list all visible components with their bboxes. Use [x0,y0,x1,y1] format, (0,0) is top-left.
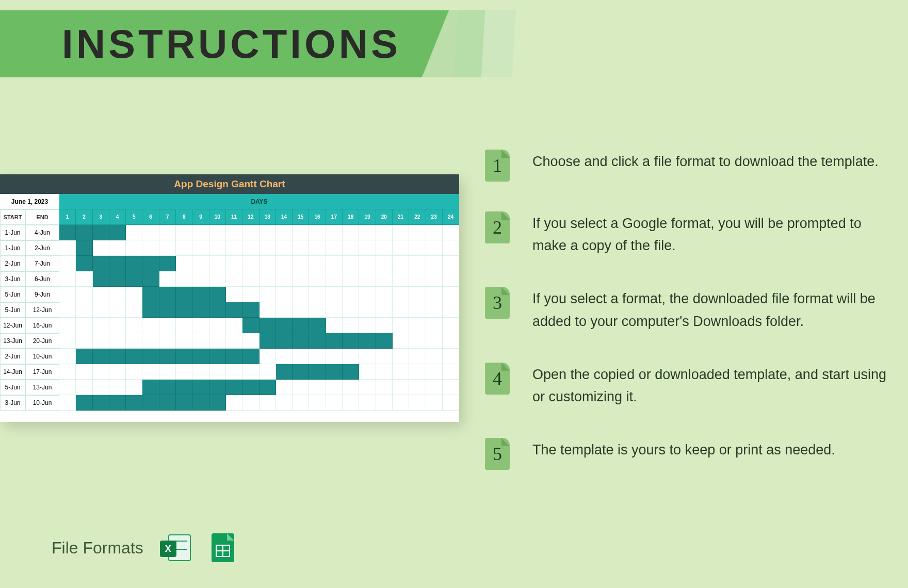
gantt-day-cell [226,349,242,364]
gantt-day-cell [326,364,343,380]
gantt-day-header: 22 [409,209,426,225]
gantt-title: App Design Gantt Chart [0,174,459,194]
gantt-day-cell [409,302,426,318]
gantt-day-cell [192,395,209,411]
gantt-day-cell [226,287,242,302]
gantt-day-cell [242,395,259,411]
gantt-day-cell [192,240,209,256]
gantt-day-cell [326,318,343,333]
gantt-day-cell [192,287,209,302]
gantt-cell-end: 4-Jun [25,225,59,240]
gantt-day-cell [159,349,176,364]
gantt-day-cell [343,380,359,395]
gantt-day-cell [426,318,443,333]
file-formats-label: File Formats [52,538,143,558]
gantt-day-cell [293,271,309,287]
gantt-day-header: 6 [142,209,159,225]
gantt-day-cell [393,364,409,380]
gantt-day-header: 11 [226,209,242,225]
google-sheets-icon[interactable] [207,532,238,563]
gantt-day-cell [276,287,293,302]
gantt-day-cell [326,240,343,256]
gantt-day-cell [409,287,426,302]
gantt-day-cell [109,256,126,271]
gantt-day-cell [192,225,209,240]
gantt-day-cell [326,395,343,411]
gantt-day-cell [276,349,293,364]
gantt-day-cell [192,349,209,364]
gantt-day-cell [393,333,409,349]
gantt-day-cell [293,364,309,380]
gantt-day-cell [359,225,376,240]
gantt-day-cell [260,318,276,333]
gantt-day-cell [226,302,242,318]
gantt-day-header: 9 [192,209,209,225]
gantt-day-cell [343,395,359,411]
gantt-day-cell [142,225,159,240]
gantt-day-cell [76,225,92,240]
gantt-day-cell [209,395,226,411]
gantt-day-cell [93,287,109,302]
gantt-day-cell [159,240,176,256]
gantt-day-cell [326,349,343,364]
gantt-day-cell [76,349,92,364]
gantt-day-cell [76,302,92,318]
excel-icon[interactable]: X [160,532,191,563]
gantt-day-cell [242,256,259,271]
gantt-column-headers: START END 123456789101112131415161718192… [0,209,459,225]
gantt-day-cell [192,364,209,380]
gantt-day-cell [192,256,209,271]
gantt-day-cell [176,225,192,240]
gantt-day-cell [359,240,376,256]
gantt-day-cell [293,256,309,271]
gantt-day-cell [376,349,393,364]
gantt-day-cell [59,333,76,349]
gantt-day-cell [309,380,326,395]
gantt-day-cell [343,364,359,380]
gantt-day-cell [176,256,192,271]
step-text: Open the copied or downloaded template, … [532,363,887,408]
gantt-day-cell [293,349,309,364]
gantt-day-cell [142,349,159,364]
step-text: Choose and click a file format to downlo… [532,150,879,173]
gantt-day-cell [209,302,226,318]
gantt-cell-end: 2-Jun [25,240,59,256]
gantt-day-cell [426,364,443,380]
gantt-day-cell [409,271,426,287]
gantt-day-cell [242,349,259,364]
gantt-day-cell [126,318,142,333]
gantt-day-header: 17 [326,209,343,225]
gantt-day-cell [409,380,426,395]
gantt-day-cell [443,225,459,240]
gantt-day-cell [309,302,326,318]
gantt-day-header: 7 [159,209,176,225]
gantt-day-cell [59,302,76,318]
gantt-day-cell [209,380,226,395]
gantt-day-cell [409,395,426,411]
gantt-day-header: 15 [293,209,309,225]
gantt-day-cell [376,380,393,395]
gantt-day-cell [109,333,126,349]
gantt-day-cell [393,395,409,411]
gantt-day-cell [409,333,426,349]
gantt-cell-start: 12-Jun [0,318,25,333]
gantt-day-cell [343,240,359,256]
gantt-day-cell [59,271,76,287]
gantt-day-cell [159,271,176,287]
gantt-day-cell [393,302,409,318]
gantt-day-cell [242,380,259,395]
gantt-day-cell [142,302,159,318]
gantt-day-cell [409,256,426,271]
gantt-day-cell [192,302,209,318]
gantt-cell-start: 13-Jun [0,333,25,349]
gantt-cell-start: 2-Jun [0,256,25,271]
gantt-day-cell [242,225,259,240]
gantt-day-cell [359,287,376,302]
gantt-day-cell [343,256,359,271]
gantt-day-cell [260,271,276,287]
gantt-day-cell [76,380,92,395]
gantt-day-cell [376,395,393,411]
step-text: The template is yours to keep or print a… [532,438,835,461]
gantt-day-cell [209,287,226,302]
gantt-cell-end: 13-Jun [25,380,59,395]
